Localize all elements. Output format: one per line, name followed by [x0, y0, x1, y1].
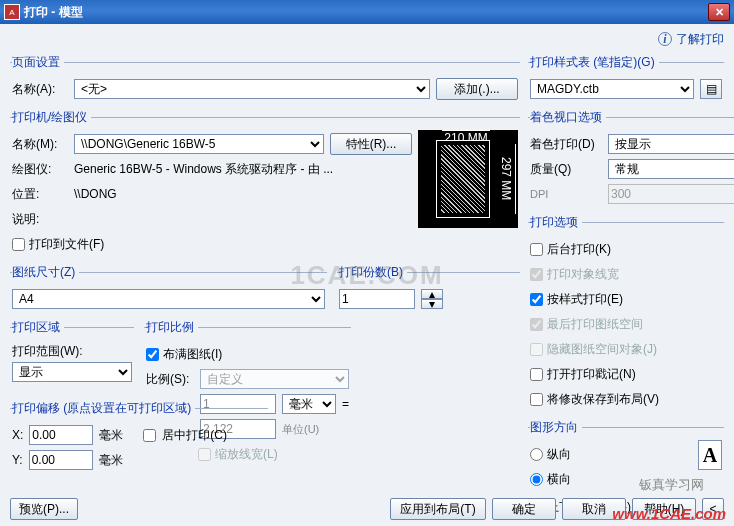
collapse-button[interactable]: <	[702, 498, 724, 520]
print-to-file-check[interactable]	[12, 238, 25, 251]
print-options-group: 打印选项 后台打印(K)打印对象线宽按样式打印(E)最后打印图纸空间隐藏图纸空间…	[528, 214, 724, 415]
page-setup-legend: 页面设置	[12, 54, 64, 71]
learn-print-link[interactable]: 了解打印	[676, 31, 724, 48]
quality-label: 质量(Q)	[530, 161, 602, 178]
ok-button[interactable]: 确定	[492, 498, 556, 520]
info-icon: i	[658, 32, 672, 46]
option-label-3: 最后打印图纸空间	[547, 316, 643, 333]
fit-to-paper-label: 布满图纸(I)	[163, 346, 222, 363]
print-options-legend: 打印选项	[530, 214, 582, 231]
dpi-label: DPI	[530, 188, 602, 200]
copies-legend: 打印份数(B)	[339, 264, 407, 281]
option-label-5: 打开打印戳记(N)	[547, 366, 636, 383]
quality-select[interactable]: 常规	[608, 159, 734, 179]
option-check-5[interactable]	[530, 368, 543, 381]
offset-x-unit: 毫米	[99, 427, 123, 444]
desc-label: 说明:	[12, 211, 68, 228]
option-label-4: 隐藏图纸空间对象(J)	[547, 341, 657, 358]
printer-name-label: 名称(M):	[12, 136, 68, 153]
shade-select[interactable]: 按显示	[608, 134, 734, 154]
close-button[interactable]: ✕	[708, 3, 730, 21]
cancel-button[interactable]: 取消	[562, 498, 626, 520]
print-to-file-label: 打印到文件(F)	[29, 236, 104, 253]
location-value: \\DONG	[74, 187, 117, 201]
print-range-label: 打印范围(W):	[12, 343, 83, 360]
orientation-legend: 图形方向	[530, 419, 582, 436]
page-setup-group: 页面设置 名称(A): <无> 添加(.)...	[10, 54, 520, 105]
option-label-2: 按样式打印(E)	[547, 291, 623, 308]
paper-preview: 210 MM 297 MM	[418, 130, 518, 228]
center-print-label: 居中打印(C)	[162, 427, 227, 444]
shade-label: 着色打印(D)	[530, 136, 602, 153]
pagesetup-name-label: 名称(A):	[12, 81, 68, 98]
option-check-6[interactable]	[530, 393, 543, 406]
landscape-radio[interactable]	[530, 473, 543, 486]
offset-x-label: X:	[12, 428, 23, 442]
portrait-radio[interactable]	[530, 448, 543, 461]
print-area-legend: 打印区域	[12, 319, 64, 336]
viewport-legend: 着色视口选项	[530, 109, 606, 126]
paper-size-select[interactable]: A4	[12, 289, 325, 309]
add-pagesetup-button[interactable]: 添加(.)...	[436, 78, 518, 100]
offset-y-unit: 毫米	[99, 452, 123, 469]
offset-legend: 打印偏移 (原点设置在可打印区域)	[12, 400, 195, 417]
option-check-2[interactable]	[530, 293, 543, 306]
dpi-input	[608, 184, 734, 204]
fit-to-paper-check[interactable]	[146, 348, 159, 361]
option-check-1	[530, 268, 543, 281]
portrait-label: 纵向	[547, 446, 571, 463]
orientation-icon: A	[698, 440, 722, 470]
copies-input[interactable]	[339, 289, 415, 309]
pagesetup-name-select[interactable]: <无>	[74, 79, 430, 99]
option-label-0: 后台打印(K)	[547, 241, 611, 258]
equals-icon: =	[342, 397, 349, 411]
window-title: 打印 - 模型	[24, 4, 708, 21]
paper-size-group: 图纸尺寸(Z) A4	[10, 264, 327, 315]
scale-unit2-label: 单位(U)	[282, 422, 319, 437]
paper-size-legend: 图纸尺寸(Z)	[12, 264, 79, 281]
print-range-select[interactable]: 显示	[12, 362, 132, 382]
scale-select: 自定义	[200, 369, 349, 389]
scale-legend: 打印比例	[146, 319, 198, 336]
offset-y-input[interactable]	[29, 450, 93, 470]
plot-style-select[interactable]: MAGDY.ctb	[530, 79, 694, 99]
apply-layout-button[interactable]: 应用到布局(T)	[390, 498, 486, 520]
printer-name-select[interactable]: \\DONG\Generic 16BW-5	[74, 134, 324, 154]
option-label-6: 将修改保存到布局(V)	[547, 391, 659, 408]
viewport-group: 着色视口选项 着色打印(D)按显示 质量(Q)常规 DPI	[528, 109, 734, 210]
help-button[interactable]: 帮助(H)	[632, 498, 696, 520]
scale-unit1[interactable]: 毫米	[282, 394, 336, 414]
plot-style-legend: 打印样式表 (笔指定)(G)	[530, 54, 659, 71]
plot-style-group: 打印样式表 (笔指定)(G) MAGDY.ctb ▤	[528, 54, 724, 105]
printer-group: 打印机/绘图仪 名称(M): \\DONG\Generic 16BW-5 特性(…	[10, 109, 520, 260]
printer-legend: 打印机/绘图仪	[12, 109, 91, 126]
copies-down[interactable]: ▾	[421, 299, 443, 309]
option-check-0[interactable]	[530, 243, 543, 256]
center-print-check[interactable]	[143, 429, 156, 442]
plot-style-edit-button[interactable]: ▤	[700, 79, 722, 99]
option-label-1: 打印对象线宽	[547, 266, 619, 283]
app-icon: A	[4, 4, 20, 20]
offset-x-input[interactable]	[29, 425, 93, 445]
plotter-label: 绘图仪:	[12, 161, 68, 178]
offset-group: 打印偏移 (原点设置在可打印区域) X: 毫米 居中打印(C) Y: 毫米	[10, 400, 268, 476]
offset-y-label: Y:	[12, 453, 23, 467]
landscape-label: 横向	[547, 471, 571, 488]
copies-group: 打印份数(B) ▴▾	[337, 264, 520, 315]
preview-button[interactable]: 预览(P)...	[10, 498, 78, 520]
printer-props-button[interactable]: 特性(R)...	[330, 133, 412, 155]
plotter-value: Generic 16BW-5 - Windows 系统驱动程序 - 由 ...	[74, 161, 333, 178]
option-check-4	[530, 343, 543, 356]
option-check-3	[530, 318, 543, 331]
scale-label: 比例(S):	[146, 371, 194, 388]
location-label: 位置:	[12, 186, 68, 203]
